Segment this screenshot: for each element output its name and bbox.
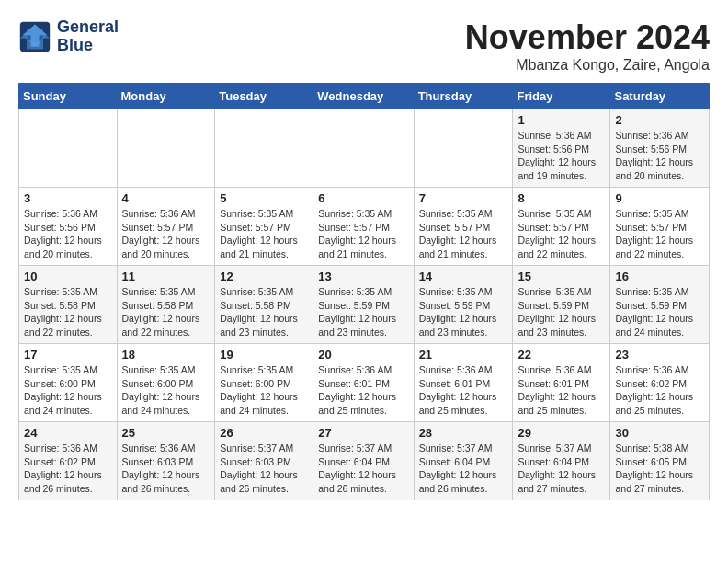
day-number: 7 (419, 191, 508, 205)
day-info: Sunrise: 5:35 AM Sunset: 5:58 PM Dayligh… (220, 285, 308, 339)
weekday-header-thursday: Thursday (414, 84, 513, 109)
day-info: Sunrise: 5:36 AM Sunset: 6:03 PM Dayligh… (122, 442, 210, 496)
day-info: Sunrise: 5:35 AM Sunset: 5:57 PM Dayligh… (220, 207, 308, 261)
day-number: 19 (220, 348, 308, 362)
day-number: 16 (615, 270, 704, 283)
day-info: Sunrise: 5:36 AM Sunset: 5:56 PM Dayligh… (615, 129, 704, 183)
calendar-cell: 18Sunrise: 5:35 AM Sunset: 6:00 PM Dayli… (117, 344, 215, 422)
day-number: 3 (24, 191, 112, 205)
day-info: Sunrise: 5:35 AM Sunset: 5:57 PM Dayligh… (615, 207, 704, 261)
calendar-week-row: 3Sunrise: 5:36 AM Sunset: 5:56 PM Daylig… (19, 188, 710, 266)
day-info: Sunrise: 5:36 AM Sunset: 6:01 PM Dayligh… (318, 363, 408, 418)
day-info: Sunrise: 5:35 AM Sunset: 5:57 PM Dayligh… (318, 207, 408, 261)
day-number: 1 (518, 113, 605, 127)
day-number: 5 (220, 191, 308, 205)
day-number: 2 (615, 113, 704, 127)
day-info: Sunrise: 5:35 AM Sunset: 5:59 PM Dayligh… (518, 285, 605, 339)
day-number: 25 (122, 426, 210, 440)
calendar-cell (117, 109, 215, 188)
day-info: Sunrise: 5:36 AM Sunset: 5:56 PM Dayligh… (24, 207, 112, 261)
calendar-week-row: 1Sunrise: 5:36 AM Sunset: 5:56 PM Daylig… (19, 109, 710, 188)
day-info: Sunrise: 5:35 AM Sunset: 5:57 PM Dayligh… (419, 207, 508, 261)
day-number: 20 (318, 348, 408, 362)
calendar-cell: 19Sunrise: 5:35 AM Sunset: 6:00 PM Dayli… (215, 344, 313, 422)
calendar-cell: 28Sunrise: 5:37 AM Sunset: 6:04 PM Dayli… (414, 422, 513, 500)
calendar-week-row: 17Sunrise: 5:35 AM Sunset: 6:00 PM Dayli… (19, 344, 710, 422)
calendar-cell: 13Sunrise: 5:35 AM Sunset: 5:59 PM Dayli… (313, 266, 414, 344)
weekday-header-wednesday: Wednesday (313, 84, 414, 109)
day-number: 15 (518, 270, 605, 283)
calendar-cell: 25Sunrise: 5:36 AM Sunset: 6:03 PM Dayli… (117, 422, 215, 500)
weekday-header-saturday: Saturday (610, 84, 710, 109)
day-info: Sunrise: 5:37 AM Sunset: 6:04 PM Dayligh… (419, 442, 508, 496)
weekday-header-monday: Monday (117, 84, 215, 109)
calendar-cell: 15Sunrise: 5:35 AM Sunset: 5:59 PM Dayli… (513, 266, 610, 344)
day-info: Sunrise: 5:35 AM Sunset: 5:59 PM Dayligh… (615, 285, 704, 339)
calendar-cell (313, 109, 414, 188)
day-number: 24 (24, 426, 112, 440)
day-info: Sunrise: 5:35 AM Sunset: 5:59 PM Dayligh… (419, 285, 508, 339)
day-info: Sunrise: 5:35 AM Sunset: 5:58 PM Dayligh… (24, 285, 112, 339)
day-number: 22 (518, 348, 605, 362)
month-title: November 2024 (465, 18, 710, 57)
location-title: Mbanza Kongo, Zaire, Angola (465, 57, 710, 74)
calendar-cell: 7Sunrise: 5:35 AM Sunset: 5:57 PM Daylig… (414, 188, 513, 266)
day-number: 21 (419, 348, 508, 362)
calendar-cell: 26Sunrise: 5:37 AM Sunset: 6:03 PM Dayli… (215, 422, 313, 500)
calendar-cell: 30Sunrise: 5:38 AM Sunset: 6:05 PM Dayli… (610, 422, 710, 500)
calendar-table: SundayMondayTuesdayWednesdayThursdayFrid… (18, 83, 710, 500)
day-info: Sunrise: 5:35 AM Sunset: 6:00 PM Dayligh… (122, 363, 210, 418)
day-number: 6 (318, 191, 408, 205)
calendar-cell: 20Sunrise: 5:36 AM Sunset: 6:01 PM Dayli… (313, 344, 414, 422)
logo: General Blue (18, 18, 119, 55)
calendar-cell: 21Sunrise: 5:36 AM Sunset: 6:01 PM Dayli… (414, 344, 513, 422)
day-number: 26 (220, 426, 308, 440)
calendar-cell: 8Sunrise: 5:35 AM Sunset: 5:57 PM Daylig… (513, 188, 610, 266)
calendar-cell (19, 109, 118, 188)
day-info: Sunrise: 5:36 AM Sunset: 6:01 PM Dayligh… (518, 363, 605, 418)
calendar-cell: 23Sunrise: 5:36 AM Sunset: 6:02 PM Dayli… (610, 344, 710, 422)
calendar-cell: 5Sunrise: 5:35 AM Sunset: 5:57 PM Daylig… (215, 188, 313, 266)
calendar-cell (414, 109, 513, 188)
day-info: Sunrise: 5:37 AM Sunset: 6:04 PM Dayligh… (518, 442, 605, 496)
day-number: 18 (122, 348, 210, 362)
day-info: Sunrise: 5:35 AM Sunset: 5:59 PM Dayligh… (318, 285, 408, 339)
weekday-header-tuesday: Tuesday (215, 84, 313, 109)
day-info: Sunrise: 5:36 AM Sunset: 5:56 PM Dayligh… (518, 129, 605, 183)
day-number: 9 (615, 191, 704, 205)
logo-text-line2: Blue (57, 37, 119, 55)
calendar-week-row: 24Sunrise: 5:36 AM Sunset: 6:02 PM Dayli… (19, 422, 710, 500)
day-info: Sunrise: 5:37 AM Sunset: 6:03 PM Dayligh… (220, 442, 308, 496)
calendar-cell: 11Sunrise: 5:35 AM Sunset: 5:58 PM Dayli… (117, 266, 215, 344)
day-number: 23 (615, 348, 704, 362)
day-info: Sunrise: 5:38 AM Sunset: 6:05 PM Dayligh… (615, 442, 704, 496)
day-info: Sunrise: 5:36 AM Sunset: 6:02 PM Dayligh… (24, 442, 112, 496)
day-info: Sunrise: 5:36 AM Sunset: 6:01 PM Dayligh… (419, 363, 508, 418)
header: General Blue November 2024 Mbanza Kongo,… (18, 18, 710, 74)
day-number: 30 (615, 426, 704, 440)
calendar-cell: 14Sunrise: 5:35 AM Sunset: 5:59 PM Dayli… (414, 266, 513, 344)
day-info: Sunrise: 5:35 AM Sunset: 6:00 PM Dayligh… (220, 363, 308, 418)
day-number: 28 (419, 426, 508, 440)
day-number: 8 (518, 191, 605, 205)
calendar-cell: 2Sunrise: 5:36 AM Sunset: 5:56 PM Daylig… (610, 109, 710, 188)
calendar-cell: 4Sunrise: 5:36 AM Sunset: 5:57 PM Daylig… (117, 188, 215, 266)
calendar-week-row: 10Sunrise: 5:35 AM Sunset: 5:58 PM Dayli… (19, 266, 710, 344)
day-info: Sunrise: 5:35 AM Sunset: 5:57 PM Dayligh… (518, 207, 605, 261)
calendar-cell: 6Sunrise: 5:35 AM Sunset: 5:57 PM Daylig… (313, 188, 414, 266)
day-number: 4 (122, 191, 210, 205)
day-number: 10 (24, 270, 112, 283)
day-number: 11 (122, 270, 210, 283)
day-info: Sunrise: 5:35 AM Sunset: 6:00 PM Dayligh… (24, 363, 112, 418)
day-info: Sunrise: 5:36 AM Sunset: 5:57 PM Dayligh… (122, 207, 210, 261)
weekday-header-row: SundayMondayTuesdayWednesdayThursdayFrid… (19, 84, 710, 109)
calendar-cell: 12Sunrise: 5:35 AM Sunset: 5:58 PM Dayli… (215, 266, 313, 344)
calendar-cell: 1Sunrise: 5:36 AM Sunset: 5:56 PM Daylig… (513, 109, 610, 188)
day-info: Sunrise: 5:35 AM Sunset: 5:58 PM Dayligh… (122, 285, 210, 339)
day-info: Sunrise: 5:37 AM Sunset: 6:04 PM Dayligh… (318, 442, 408, 496)
calendar-cell: 17Sunrise: 5:35 AM Sunset: 6:00 PM Dayli… (19, 344, 118, 422)
calendar-cell: 22Sunrise: 5:36 AM Sunset: 6:01 PM Dayli… (513, 344, 610, 422)
calendar-cell: 10Sunrise: 5:35 AM Sunset: 5:58 PM Dayli… (19, 266, 118, 344)
calendar-cell: 16Sunrise: 5:35 AM Sunset: 5:59 PM Dayli… (610, 266, 710, 344)
day-number: 14 (419, 270, 508, 283)
